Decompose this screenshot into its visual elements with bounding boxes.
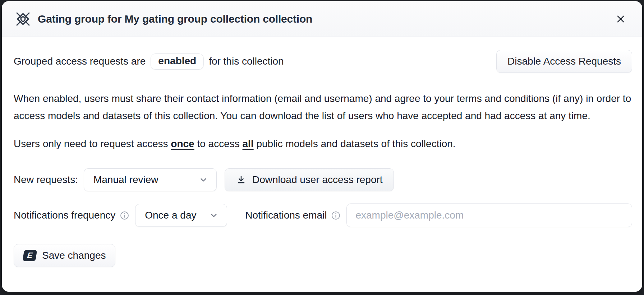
notifications-row: Notifications frequency Once a day Notif… xyxy=(14,203,632,227)
modal-title-wrap: Gating group for My gating group collect… xyxy=(15,11,312,27)
notifications-email-label: Notifications email xyxy=(245,210,327,221)
note-paragraph: Users only need to request access once t… xyxy=(14,135,632,153)
note-bold-all: all xyxy=(243,138,254,149)
status-row: Grouped access requests are enabled for … xyxy=(14,50,632,73)
new-requests-selected-value: Manual review xyxy=(93,174,158,186)
modal-content: Grouped access requests are enabled for … xyxy=(2,37,642,267)
modal-title: Gating group for My gating group collect… xyxy=(38,13,312,25)
notifications-email-input[interactable] xyxy=(346,203,632,227)
description-paragraph: When enabled, users must share their con… xyxy=(14,90,632,125)
notifications-frequency-label: Notifications frequency xyxy=(14,210,115,221)
status-text-after: for this collection xyxy=(209,56,284,67)
frequency-selected-value: Once a day xyxy=(145,210,196,221)
gating-group-modal: Gating group for My gating group collect… xyxy=(2,1,642,292)
download-report-button[interactable]: Download user access report xyxy=(225,168,394,191)
note-text-before: Users only need to request access xyxy=(14,138,168,149)
save-changes-label: Save changes xyxy=(42,250,106,261)
modal-header: Gating group for My gating group collect… xyxy=(2,1,642,37)
new-requests-select[interactable]: Manual review xyxy=(84,168,217,191)
enterprise-icon: E xyxy=(23,250,37,261)
enabled-badge: enabled xyxy=(151,53,204,70)
gated-icon xyxy=(15,11,31,27)
note-bold-once: once xyxy=(171,138,194,149)
close-button[interactable] xyxy=(613,11,629,27)
download-report-label: Download user access report xyxy=(252,174,383,186)
new-requests-row: New requests: Manual review Dow xyxy=(14,168,632,191)
disable-access-requests-button[interactable]: Disable Access Requests xyxy=(496,50,632,73)
save-changes-button[interactable]: E Save changes xyxy=(14,244,115,267)
download-icon xyxy=(236,174,247,185)
close-icon xyxy=(616,14,626,24)
status-text: Grouped access requests are enabled for … xyxy=(14,53,284,70)
note-text-after: public models and datasets of this colle… xyxy=(256,138,455,149)
info-icon[interactable] xyxy=(120,211,129,220)
chevron-down-icon xyxy=(198,175,208,185)
new-requests-label: New requests: xyxy=(14,174,78,186)
note-text-mid: to access xyxy=(197,138,239,149)
chevron-down-icon xyxy=(209,210,219,220)
status-text-before: Grouped access requests are xyxy=(14,56,146,67)
info-icon[interactable] xyxy=(331,211,341,220)
notifications-frequency-select[interactable]: Once a day xyxy=(135,204,227,227)
